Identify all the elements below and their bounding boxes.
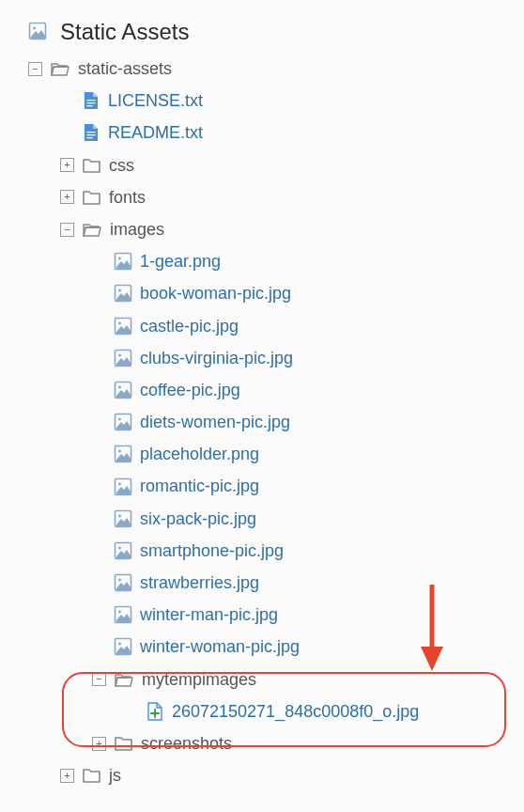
tree-node-css[interactable]: + css xyxy=(60,149,496,181)
file-label: winter-man-pic.jpg xyxy=(140,599,278,631)
folder-open-icon xyxy=(50,59,70,78)
expand-icon[interactable]: + xyxy=(60,769,74,783)
collapse-icon[interactable]: − xyxy=(60,223,74,237)
file-label: castle-pic.jpg xyxy=(140,310,239,342)
folder-icon xyxy=(82,156,101,175)
new-file-icon xyxy=(146,702,164,721)
expand-icon[interactable]: + xyxy=(92,737,106,751)
file-label: coffee-pic.jpg xyxy=(140,374,240,406)
file-label: book-woman-pic.jpg xyxy=(140,277,291,309)
file-label: six-pack-pic.jpg xyxy=(140,503,256,535)
tree-file[interactable]: strawberries.jpg xyxy=(92,567,496,599)
file-label: placeholder.png xyxy=(140,438,259,470)
image-file-icon xyxy=(114,381,132,399)
tree-file[interactable]: LICENSE.txt xyxy=(60,85,496,117)
tree-file[interactable]: smartphone-pic.jpg xyxy=(92,535,496,567)
image-file-icon xyxy=(114,413,132,431)
tree-file-new[interactable]: 26072150271_848c0008f0_o.jpg xyxy=(124,695,496,727)
tree-node-screenshots[interactable]: + screenshots xyxy=(92,727,496,759)
tree-node-js[interactable]: + js xyxy=(60,759,496,791)
image-file-icon xyxy=(114,252,132,271)
image-file-icon xyxy=(114,317,132,336)
folder-icon xyxy=(114,734,133,753)
panel-title: Static Assets xyxy=(60,19,189,45)
file-label: clubs-virginia-pic.jpg xyxy=(140,342,293,374)
file-label: README.txt xyxy=(108,117,203,148)
folder-label: css xyxy=(109,149,134,181)
tree-file[interactable]: clubs-virginia-pic.jpg xyxy=(92,342,496,374)
image-file-icon xyxy=(114,637,132,656)
tree-file[interactable]: diets-women-pic.jpg xyxy=(92,406,496,438)
panel-header: Static Assets xyxy=(28,19,496,45)
folder-icon xyxy=(82,766,101,785)
document-icon xyxy=(82,91,100,110)
image-icon xyxy=(28,22,49,42)
image-file-icon xyxy=(114,349,132,367)
image-file-icon xyxy=(114,605,132,624)
tree-file[interactable]: coffee-pic.jpg xyxy=(92,374,496,406)
document-icon xyxy=(82,123,100,142)
folder-open-icon xyxy=(114,670,134,689)
image-file-icon xyxy=(114,477,132,496)
file-label: 1-gear.png xyxy=(140,245,221,277)
file-label: 26072150271_848c0008f0_o.jpg xyxy=(172,695,419,727)
tree-file[interactable]: README.txt xyxy=(60,117,496,148)
image-file-icon xyxy=(114,541,132,560)
folder-label: fonts xyxy=(109,181,146,213)
folder-icon xyxy=(82,188,101,207)
expand-icon[interactable]: + xyxy=(60,190,74,204)
collapse-icon[interactable]: − xyxy=(92,672,106,686)
tree-file[interactable]: placeholder.png xyxy=(92,438,496,470)
image-file-icon xyxy=(114,445,132,463)
folder-label: screenshots xyxy=(141,727,232,759)
file-label: winter-woman-pic.jpg xyxy=(140,631,300,663)
tree-node-mytempimages[interactable]: − mytempimages xyxy=(92,664,496,695)
file-label: smartphone-pic.jpg xyxy=(140,535,284,567)
asset-tree: − static-assets LICENSE.txt README.txt +… xyxy=(28,53,496,791)
tree-node-fonts[interactable]: + fonts xyxy=(60,181,496,213)
tree-node-images[interactable]: − images xyxy=(60,213,496,245)
folder-open-icon xyxy=(82,220,102,239)
tree-node-static-assets[interactable]: − static-assets xyxy=(28,53,496,85)
tree-file[interactable]: book-woman-pic.jpg xyxy=(92,277,496,309)
collapse-icon[interactable]: − xyxy=(28,62,42,76)
folder-label: static-assets xyxy=(78,53,172,85)
tree-file[interactable]: romantic-pic.jpg xyxy=(92,470,496,502)
folder-label: mytempimages xyxy=(142,664,256,695)
image-file-icon xyxy=(114,509,132,528)
file-label: romantic-pic.jpg xyxy=(140,470,259,502)
file-label: LICENSE.txt xyxy=(108,85,203,117)
folder-label: js xyxy=(109,759,121,791)
file-label: diets-women-pic.jpg xyxy=(140,406,290,438)
folder-label: images xyxy=(110,213,164,245)
image-file-icon xyxy=(114,573,132,592)
tree-file[interactable]: 1-gear.png xyxy=(92,245,496,277)
tree-file[interactable]: winter-woman-pic.jpg xyxy=(92,631,496,663)
file-label: strawberries.jpg xyxy=(140,567,259,599)
image-file-icon xyxy=(114,284,132,303)
tree-file[interactable]: castle-pic.jpg xyxy=(92,310,496,342)
expand-icon[interactable]: + xyxy=(60,158,74,172)
tree-file[interactable]: winter-man-pic.jpg xyxy=(92,599,496,631)
tree-file[interactable]: six-pack-pic.jpg xyxy=(92,503,496,535)
